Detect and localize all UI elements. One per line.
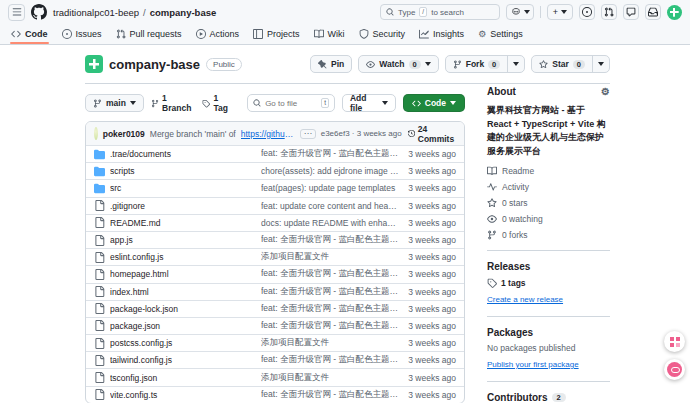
- github-logo-icon[interactable]: [31, 4, 47, 20]
- commit-message-link[interactable]: feat: 全面升级官网 - 蓝白配色主题，新增页面和组件: [261, 286, 399, 298]
- chevron-down-icon: [524, 10, 530, 14]
- commit-message-link[interactable]: feat: 全面升级官网 - 蓝白配色主题，新增页面和组件: [261, 268, 399, 280]
- about-stars-link[interactable]: 0 stars: [487, 198, 610, 208]
- publish-package-link[interactable]: Publish your first package: [487, 360, 579, 369]
- copilot-button[interactable]: [506, 4, 534, 20]
- commit-message-link[interactable]: feat: 全面升级官网 - 蓝白配色主题，新增页面和组件: [261, 320, 399, 332]
- extension-widget-grid[interactable]: [664, 331, 685, 352]
- file-name-link[interactable]: scripts: [110, 166, 256, 176]
- branch-selector-button[interactable]: main: [85, 94, 144, 112]
- contributors-title[interactable]: Contributors 2: [487, 392, 610, 403]
- visibility-badge: Public: [206, 58, 242, 71]
- commit-message-link[interactable]: feat: 全面升级官网 - 蓝白配色主题，新增页面和组件: [261, 354, 399, 366]
- commit-message-link[interactable]: chore(assets): add ejdrone image set and…: [261, 166, 399, 176]
- file-name-link[interactable]: tailwind.config.js: [110, 355, 256, 365]
- tab-pull-requests[interactable]: Pull requests: [109, 23, 189, 44]
- project-icon: [253, 29, 263, 39]
- breadcrumb-repo[interactable]: company-base: [150, 7, 217, 18]
- goto-file-field[interactable]: [265, 99, 317, 108]
- commit-message-link[interactable]: https://github.com/traditionalpc01-beep/…: [241, 129, 295, 139]
- commit-message-link[interactable]: 添加项目配置文件: [261, 372, 399, 384]
- file-name-link[interactable]: README.md: [110, 218, 256, 228]
- file-name-link[interactable]: tsconfig.json: [110, 373, 256, 383]
- tab-issues[interactable]: Issues: [55, 23, 109, 44]
- table-row: app.js feat: 全面升级官网 - 蓝白配色主题，新增页面和组件 3 w…: [86, 231, 464, 248]
- file-name-link[interactable]: app.js: [110, 235, 256, 245]
- file-name-link[interactable]: package-lock.json: [110, 304, 256, 314]
- file-name-link[interactable]: src: [110, 183, 256, 193]
- pin-button[interactable]: Pin: [310, 55, 352, 73]
- file-icon: [94, 217, 105, 228]
- create-new-button[interactable]: +: [547, 4, 573, 20]
- tab-code[interactable]: Code: [4, 23, 55, 44]
- fork-dropdown[interactable]: [507, 56, 524, 72]
- file-name-link[interactable]: vite.config.ts: [110, 390, 256, 400]
- extension-widget-logo[interactable]: [664, 359, 685, 380]
- watch-button[interactable]: Watch 0: [358, 55, 438, 73]
- add-file-button[interactable]: Add file: [342, 94, 396, 112]
- create-release-link[interactable]: Create a new release: [487, 295, 563, 304]
- file-name-link[interactable]: postcss.config.js: [110, 338, 256, 348]
- file-icon: [94, 338, 105, 349]
- table-row: .gitignore feat: update core content and…: [86, 197, 464, 214]
- star-dropdown[interactable]: [592, 56, 609, 72]
- commit-history-link[interactable]: 24 Commits: [408, 124, 456, 144]
- tab-actions[interactable]: Actions: [189, 23, 247, 44]
- branches-link[interactable]: 1 Branch: [151, 93, 195, 113]
- hamburger-menu-button[interactable]: [8, 4, 25, 21]
- packages-empty-text: No packages published: [487, 343, 610, 353]
- commit-message-link[interactable]: feat: 全面升级官网 - 蓝白配色主题，新增页面和组件: [261, 303, 399, 315]
- tab-wiki[interactable]: Wiki: [307, 23, 352, 44]
- pull-request-icon: [604, 7, 614, 17]
- commit-message-link[interactable]: feat: 全面升级官网 - 蓝白配色主题，新增页面和组件: [261, 234, 399, 246]
- repo-title-bar: company-base Public Pin Watch 0 Fork 0 S: [85, 55, 610, 84]
- about-activity-link[interactable]: Activity: [487, 182, 610, 192]
- ellipsis-button[interactable]: ⋯: [300, 129, 316, 139]
- commit-message[interactable]: Merge branch 'main' of: [150, 129, 236, 139]
- commit-message-link[interactable]: feat(pages): update page templates: [261, 183, 399, 193]
- tab-security[interactable]: Security: [352, 23, 413, 44]
- chevron-down-icon: [561, 10, 567, 14]
- about-watching-link[interactable]: 0 watching: [487, 214, 610, 224]
- about-forks-link[interactable]: 0 forks: [487, 230, 610, 240]
- commit-message-link[interactable]: 添加项目配置文件: [261, 251, 399, 263]
- pull-requests-header-button[interactable]: [601, 4, 617, 20]
- breadcrumb-owner[interactable]: traditionalpc01-beep: [53, 7, 139, 18]
- releases-title[interactable]: Releases: [487, 261, 610, 272]
- discussions-header-button[interactable]: [623, 4, 639, 20]
- file-name-link[interactable]: package.json: [110, 321, 256, 331]
- file-name-link[interactable]: .trae/documents: [110, 149, 256, 159]
- commit-message-link[interactable]: feat: 全面升级官网 - 蓝白配色主题，新增页面和组件: [261, 389, 399, 401]
- commit-message-link[interactable]: docs: update README with enhanced sectio…: [261, 218, 399, 228]
- tab-projects[interactable]: Projects: [246, 23, 307, 44]
- commit-sha-time[interactable]: e3e6ef3 · 3 weeks ago: [321, 129, 402, 138]
- gear-icon[interactable]: ⚙: [601, 86, 610, 97]
- about-readme-link[interactable]: Readme: [487, 166, 610, 176]
- commit-message-link[interactable]: feat: 全面升级官网 - 蓝白配色主题，新增页面和组件: [261, 148, 399, 160]
- commit-message-link[interactable]: feat: update core content and header com…: [261, 201, 399, 211]
- commit-author-avatar[interactable]: [94, 127, 98, 140]
- issues-header-button[interactable]: [579, 4, 595, 20]
- commit-message-link[interactable]: 添加项目配置文件: [261, 337, 399, 349]
- user-avatar[interactable]: [667, 5, 682, 20]
- goto-file-input[interactable]: t: [247, 94, 335, 112]
- packages-title[interactable]: Packages: [487, 327, 610, 338]
- repo-description: 翼界科技官方网站 - 基于 React + TypeScript + Vite …: [487, 104, 610, 158]
- file-name-link[interactable]: .gitignore: [110, 201, 256, 211]
- file-name-link[interactable]: eslint.config.js: [110, 252, 256, 262]
- star-button[interactable]: Star 0: [531, 55, 610, 73]
- tab-insights[interactable]: Insights: [412, 23, 471, 44]
- file-name-link[interactable]: index.html: [110, 287, 256, 297]
- file-name-link[interactable]: homepage.html: [110, 269, 256, 279]
- commit-author[interactable]: poker0109: [103, 129, 145, 139]
- repo-owner-avatar[interactable]: [85, 55, 103, 73]
- tab-settings[interactable]: ⚙Settings: [471, 23, 530, 44]
- page-title[interactable]: company-base: [109, 57, 200, 72]
- tags-link[interactable]: 1 Tag: [202, 93, 233, 113]
- inbox-header-button[interactable]: [645, 4, 661, 20]
- tags-count-link[interactable]: 1 tags: [487, 278, 610, 288]
- sidebar: About ⚙ 翼界科技官方网站 - 基于 React + TypeScript…: [487, 84, 610, 403]
- search-input[interactable]: Type / to search: [380, 4, 500, 20]
- fork-button[interactable]: Fork 0: [445, 55, 526, 73]
- code-button[interactable]: Code: [403, 94, 465, 112]
